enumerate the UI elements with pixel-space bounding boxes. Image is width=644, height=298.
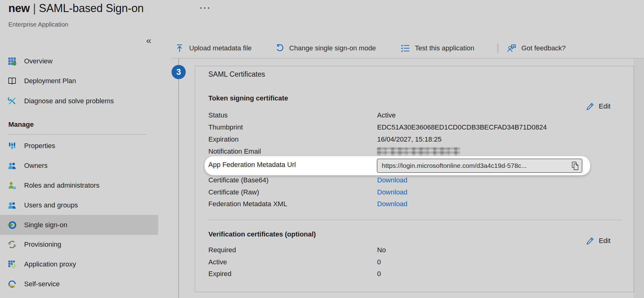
page-subtitle: Enterprise Application bbox=[8, 21, 68, 28]
upload-metadata-button[interactable]: Upload metadata file bbox=[175, 40, 252, 56]
sidebar-item-label: Owners bbox=[24, 162, 48, 170]
field-label: Expired bbox=[208, 269, 232, 279]
sidebar-item-label: Self-service bbox=[24, 280, 60, 288]
download-base64-link[interactable]: Download bbox=[377, 175, 407, 185]
section-divider bbox=[208, 220, 622, 220]
sidebar-item-label: Provisioning bbox=[24, 241, 61, 249]
field-value: EDC51A30E36068ED1CD0CDB3BECFAD34B71D0824 bbox=[377, 122, 547, 132]
sidebar-item-deployment-plan[interactable]: Deployment Plan bbox=[0, 71, 158, 91]
blade-title: SAML-based Sign-on bbox=[39, 2, 144, 15]
sidebar-section-manage: Manage bbox=[8, 121, 34, 129]
properties-icon bbox=[7, 141, 17, 151]
field-label: Required bbox=[208, 245, 236, 255]
verification-certificates-heading: Verification certificates (optional) bbox=[208, 230, 316, 238]
diagnose-icon bbox=[7, 96, 17, 106]
field-value: No bbox=[377, 245, 386, 255]
field-label: Federation Metadata XML bbox=[208, 199, 287, 209]
sidebar-item-diagnose[interactable]: Diagnose and solve problems bbox=[0, 91, 158, 111]
test-application-button[interactable]: Test this application bbox=[401, 40, 474, 56]
toolbar-button-label: Test this application bbox=[415, 44, 474, 52]
sidebar-item-label: Deployment Plan bbox=[24, 77, 76, 85]
field-label: Certificate (Raw) bbox=[208, 187, 259, 197]
federation-metadata-xml-row: Federation Metadata XML Download bbox=[195, 199, 629, 209]
more-menu-icon[interactable]: ··· bbox=[200, 3, 211, 13]
step-3-badge: 3 bbox=[172, 65, 186, 79]
step-connector-line bbox=[178, 58, 179, 298]
sidebar-item-overview[interactable]: Overview bbox=[0, 51, 158, 71]
download-raw-link[interactable]: Download bbox=[377, 187, 407, 197]
notification-email-row: Notification Email bbox=[195, 147, 629, 156]
field-label: Certificate (Base64) bbox=[208, 175, 268, 185]
toolbar-divider bbox=[171, 58, 644, 58]
edit-verification-certificates-button[interactable]: Edit bbox=[586, 236, 611, 245]
metadata-url-label: App Federation Metadata Url bbox=[208, 161, 296, 169]
active-row: Active 0 bbox=[195, 257, 629, 267]
field-label: Thumbprint bbox=[208, 122, 243, 132]
sidebar-item-self-service[interactable]: Self-service bbox=[0, 274, 158, 294]
sidebar-item-label: Application proxy bbox=[24, 260, 76, 268]
sidebar-collapse-icon[interactable]: « bbox=[146, 36, 151, 45]
field-label: Active bbox=[208, 257, 227, 267]
field-label: Expiration bbox=[208, 134, 239, 144]
toolbar-button-label: Got feedback? bbox=[521, 44, 566, 52]
sidebar-item-roles[interactable]: Roles and administrators bbox=[0, 176, 158, 195]
title-separator: | bbox=[30, 2, 39, 15]
sidebar-item-application-proxy[interactable]: Application proxy bbox=[0, 254, 158, 274]
page-edge bbox=[633, 58, 644, 298]
thumbprint-row: Thumbprint EDC51A30E36068ED1CD0CDB3BECFA… bbox=[195, 122, 629, 132]
single-sign-on-icon bbox=[7, 220, 17, 230]
sidebar-item-provisioning[interactable]: Provisioning bbox=[0, 235, 158, 254]
sidebar-item-label: Roles and administrators bbox=[24, 181, 99, 189]
sidebar-item-properties[interactable]: Properties bbox=[0, 136, 158, 156]
field-label: Notification Email bbox=[208, 147, 261, 156]
certificate-base64-row: Certificate (Base64) Download bbox=[195, 175, 629, 185]
deployment-plan-icon bbox=[7, 76, 17, 86]
sidebar-item-owners[interactable]: Owners bbox=[0, 156, 158, 176]
toolbar-separator bbox=[498, 43, 498, 53]
provisioning-icon bbox=[7, 240, 17, 249]
field-value: Active bbox=[377, 110, 396, 120]
saml-certificates-panel: SAML Certificates Token signing certific… bbox=[195, 66, 634, 292]
overview-icon bbox=[7, 57, 17, 66]
application-proxy-icon bbox=[7, 260, 17, 269]
field-value: 0 bbox=[377, 269, 381, 279]
pencil-icon bbox=[586, 236, 594, 245]
sidebar-divider bbox=[7, 134, 147, 134]
panel-title: SAML Certificates bbox=[208, 70, 265, 79]
sidebar-item-label: Properties bbox=[24, 142, 55, 150]
token-signing-heading: Token signing certificate bbox=[208, 94, 288, 102]
field-value: 16/04/2027, 15:18:25 bbox=[377, 134, 442, 144]
self-service-icon bbox=[7, 279, 17, 289]
edit-button-label: Edit bbox=[599, 237, 611, 245]
got-feedback-button[interactable]: Got feedback? bbox=[507, 40, 566, 56]
toolbar-button-label: Upload metadata file bbox=[189, 44, 252, 52]
app-name: new bbox=[8, 2, 30, 15]
redacted-email-value bbox=[377, 147, 460, 155]
field-value: 0 bbox=[377, 257, 381, 267]
undo-icon bbox=[275, 44, 284, 53]
copy-icon[interactable] bbox=[570, 161, 580, 171]
toolbar-button-label: Change single sign-on mode bbox=[289, 44, 376, 52]
edit-token-certificate-button[interactable]: Edit bbox=[586, 102, 611, 111]
sidebar-item-label: Overview bbox=[24, 57, 53, 65]
users-groups-icon bbox=[7, 201, 17, 210]
feedback-icon bbox=[507, 44, 516, 53]
pencil-icon bbox=[586, 102, 594, 111]
metadata-url-value: https://login.microsoftonline.com/d3a4c1… bbox=[382, 162, 564, 169]
edit-button-label: Edit bbox=[599, 102, 611, 110]
checklist-icon bbox=[401, 44, 410, 53]
metadata-url-input[interactable]: https://login.microsoftonline.com/d3a4c1… bbox=[377, 159, 582, 173]
roles-icon bbox=[7, 181, 17, 190]
change-sso-mode-button[interactable]: Change single sign-on mode bbox=[275, 40, 376, 56]
sidebar-item-users-groups[interactable]: Users and groups bbox=[0, 195, 158, 215]
owners-icon bbox=[7, 161, 17, 170]
required-row: Required No bbox=[195, 245, 629, 255]
expired-row: Expired 0 bbox=[195, 269, 629, 279]
certificate-raw-row: Certificate (Raw) Download bbox=[195, 187, 629, 197]
download-metadata-xml-link[interactable]: Download bbox=[377, 199, 407, 209]
page-title: new|SAML-based Sign-on bbox=[8, 2, 144, 15]
sidebar-item-label: Users and groups bbox=[24, 201, 78, 209]
status-row: Status Active bbox=[195, 110, 629, 120]
sidebar-item-label: Single sign-on bbox=[24, 221, 67, 229]
sidebar-item-single-sign-on[interactable]: Single sign-on bbox=[0, 215, 158, 235]
